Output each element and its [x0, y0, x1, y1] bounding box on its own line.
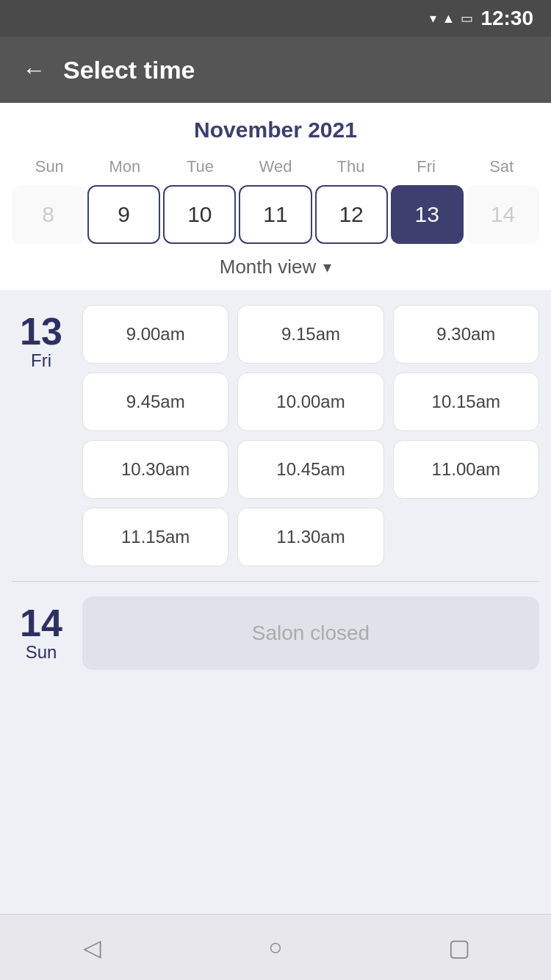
date-11[interactable]: 11 [239, 185, 311, 244]
nav-recent-button[interactable]: ▢ [437, 926, 481, 970]
header: ← Select time [0, 37, 551, 103]
chevron-down-icon: ▾ [323, 258, 331, 277]
date-10[interactable]: 10 [163, 185, 236, 244]
day-block-13: 13 Fri 9.00am 9.15am 9.30am 9.45am 10.00… [12, 305, 539, 566]
day-name-13: Fri [31, 350, 51, 371]
weekday-mon: Mon [87, 154, 163, 179]
day-divider [12, 581, 539, 582]
slot-945am[interactable]: 9.45am [82, 372, 228, 431]
day-label-13: 13 Fri [12, 305, 71, 566]
month-view-row[interactable]: Month view ▾ [12, 244, 539, 290]
day-block-14: 14 Sun Salon closed [12, 597, 539, 670]
weekday-wed: Wed [238, 154, 314, 179]
slot-1130am[interactable]: 11.30am [237, 508, 383, 566]
week-days-row: Sun Mon Tue Wed Thu Fri Sat [12, 154, 539, 179]
time-grid-13: 9.00am 9.15am 9.30am 9.45am 10.00am 10.1… [82, 305, 539, 566]
weekday-sun: Sun [12, 154, 87, 179]
salon-closed-panel: Salon closed [82, 597, 539, 670]
nav-back-button[interactable]: ◁ [70, 926, 114, 970]
day-number-13: 13 [20, 312, 62, 350]
bottom-nav: ◁ ○ ▢ [0, 914, 551, 980]
slot-1030am[interactable]: 10.30am [82, 440, 228, 499]
slot-1000am[interactable]: 10.00am [237, 372, 383, 431]
date-8: 8 [12, 185, 84, 244]
month-title: November 2021 [12, 118, 539, 143]
slot-1100am[interactable]: 11.00am [393, 440, 539, 499]
calendar-section: November 2021 Sun Mon Tue Wed Thu Fri Sa… [0, 103, 551, 290]
status-icons: ▾ ▲ ▭ [430, 10, 474, 26]
slot-1115am[interactable]: 11.15am [82, 508, 228, 566]
day-label-14: 14 Sun [12, 597, 71, 670]
weekday-tue: Tue [162, 154, 238, 179]
status-time: 12:30 [480, 7, 533, 30]
slot-1015am[interactable]: 10.15am [393, 372, 539, 431]
signal-icon: ▲ [442, 11, 455, 26]
day-number-14: 14 [20, 604, 62, 642]
week-dates-row: 8 9 10 11 12 13 14 [12, 185, 539, 244]
wifi-icon: ▾ [430, 10, 436, 26]
time-slots-section: 13 Fri 9.00am 9.15am 9.30am 9.45am 10.00… [0, 290, 551, 914]
salon-closed-text: Salon closed [252, 621, 370, 645]
slot-900am[interactable]: 9.00am [82, 305, 228, 364]
date-13[interactable]: 13 [391, 185, 464, 244]
nav-home-button[interactable]: ○ [253, 926, 298, 970]
status-bar: ▾ ▲ ▭ 12:30 [0, 0, 551, 37]
date-14: 14 [467, 185, 539, 244]
page-title: Select time [63, 56, 195, 84]
slot-1045am[interactable]: 10.45am [237, 440, 383, 499]
weekday-sat: Sat [464, 154, 539, 179]
date-9[interactable]: 9 [87, 185, 160, 244]
date-12[interactable]: 12 [315, 185, 388, 244]
month-view-label: Month view [220, 256, 317, 278]
weekday-thu: Thu [313, 154, 389, 179]
slot-930am[interactable]: 9.30am [393, 305, 539, 364]
back-button[interactable]: ← [22, 57, 46, 84]
day-name-14: Sun [26, 642, 57, 663]
slot-915am[interactable]: 9.15am [237, 305, 383, 364]
battery-icon: ▭ [461, 10, 473, 26]
weekday-fri: Fri [389, 154, 464, 179]
